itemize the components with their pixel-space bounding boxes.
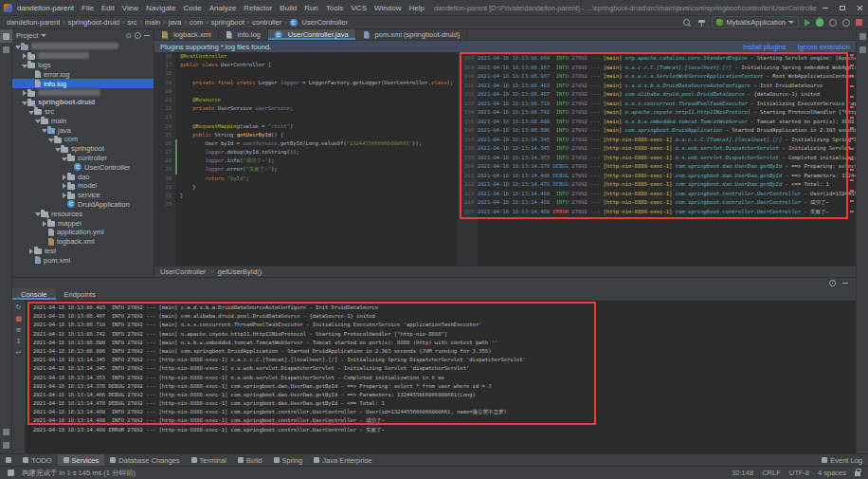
breadcrumb-item[interactable]: UserController (289, 18, 349, 27)
tree-item-com[interactable]: com (12, 135, 154, 144)
maximize-button[interactable] (834, 0, 851, 15)
status-item-utf-8[interactable]: UTF-8 (789, 469, 809, 477)
menu-item-build[interactable]: Build (276, 4, 300, 12)
breadcrumb-item[interactable]: java (168, 18, 183, 27)
tree-item-error-log[interactable]: error.log (12, 69, 154, 79)
favorites-toolwindow-button[interactable] (0, 438, 12, 451)
project-panel-title[interactable]: Project (16, 31, 38, 40)
maven-toolwindow-button[interactable] (857, 29, 868, 43)
tree-item-pom-xml[interactable]: pom.xml (12, 255, 154, 265)
menu-item-run[interactable]: Run (300, 4, 322, 12)
minimize-button[interactable] (817, 0, 834, 15)
tab-console[interactable]: Console (12, 288, 56, 300)
coverage-button[interactable] (829, 19, 837, 27)
rerun-button[interactable]: ↻ (16, 304, 22, 311)
menu-item-code[interactable]: Code (180, 4, 206, 12)
structure-toolwindow-button[interactable] (0, 425, 12, 438)
editor-tab-usercontroller-java[interactable]: UserController.java (268, 29, 356, 40)
editor-tab-logback-xml[interactable]: logback.xml (154, 29, 219, 40)
gear-icon[interactable] (829, 280, 836, 286)
tree-item-model[interactable]: model (12, 181, 154, 191)
tree-item-logs[interactable]: logs (12, 61, 154, 70)
breadcrumb-item[interactable]: main (144, 18, 161, 27)
lock-icon[interactable] (855, 471, 860, 476)
project-toolwindow-button[interactable] (0, 29, 12, 43)
build-hammer-icon[interactable] (697, 18, 706, 27)
menu-item-file[interactable]: File (78, 4, 98, 12)
tree-item-main[interactable]: main (12, 116, 154, 125)
tree-item-resources[interactable]: resources (12, 209, 154, 218)
tree-item-druidapplication[interactable]: DruidApplication (12, 200, 154, 210)
debug-button[interactable] (816, 18, 823, 27)
toolwindow-button-java-enterprise[interactable]: Java Enterprise (308, 454, 377, 466)
toolwindow-button-services[interactable]: Services (58, 454, 105, 466)
hide-panel-icon[interactable] (144, 35, 150, 36)
toolwindow-button-spring[interactable]: Spring (268, 454, 309, 466)
toolwindow-button-database-changes[interactable]: Database Changes (104, 454, 185, 466)
status-message[interactable]: 构建完成于 in 1 s 145 ms (1 分钟前) (22, 469, 136, 478)
tab-endpoints[interactable]: Endpoints (56, 288, 104, 300)
locate-file-icon[interactable]: ⊙ (125, 32, 132, 40)
editor-tab-info-log[interactable]: info.log (219, 29, 268, 40)
tree-item[interactable] (12, 42, 154, 51)
status-item-crlf[interactable]: CRLF (762, 469, 781, 477)
toolwindow-switcher-icon[interactable] (0, 454, 17, 466)
tree-item-application-yml[interactable]: application.yml (12, 228, 154, 237)
profiler-button[interactable] (842, 19, 850, 27)
menu-item-refactor[interactable]: Refactor (240, 4, 276, 12)
tree-item-logback-xml[interactable]: logback.xml (12, 237, 154, 247)
menu-item-analyze[interactable]: Analyze (206, 4, 240, 12)
scroll-to-end-button[interactable]: ↧ (16, 339, 22, 345)
commit-toolwindow-button[interactable] (0, 43, 12, 56)
tree-item-test[interactable]: test (12, 247, 154, 256)
run-config-combo[interactable]: MybatisApplication (712, 16, 799, 28)
tree-item-mapper[interactable]: mapper (12, 218, 154, 228)
tree-item-springboot-druid[interactable]: springboot-druid (12, 98, 154, 107)
breadcrumb-method[interactable]: getUserById() (218, 267, 262, 276)
tree-item[interactable] (12, 51, 154, 61)
error-stripe-scrollbar[interactable] (850, 54, 854, 217)
toolwindow-button-todo[interactable]: TODO (17, 454, 58, 466)
status-item-32-148[interactable]: 32:148 (732, 469, 753, 477)
gear-icon[interactable] (135, 32, 141, 39)
database-toolwindow-button[interactable] (857, 43, 868, 56)
menu-item-view[interactable]: View (118, 4, 142, 12)
hide-panel-icon[interactable] (842, 283, 848, 284)
breadcrumb-class[interactable]: UserController (160, 267, 206, 276)
breadcrumb-item[interactable]: src (127, 18, 138, 27)
install-plugins-link[interactable]: Install plugins (743, 43, 786, 51)
clear-console-button[interactable]: ≡ (16, 327, 22, 334)
breadcrumb-item[interactable]: controller (251, 18, 282, 27)
soft-wrap-button[interactable]: ↩ (16, 350, 22, 357)
tree-item-controller[interactable]: controller (12, 154, 154, 163)
breadcrumb-item[interactable]: com (189, 18, 204, 27)
menu-item-window[interactable]: Window (371, 4, 405, 12)
tree-item-service[interactable]: service (12, 191, 154, 200)
breadcrumb-item[interactable]: springboot (210, 18, 245, 27)
tree-item-dao[interactable]: dao (12, 172, 154, 181)
stop-button[interactable]: ■ (15, 316, 22, 322)
stop-button[interactable] (856, 19, 862, 26)
menu-item-edit[interactable]: Edit (98, 4, 118, 12)
ignore-extension-link[interactable]: Ignore extension (798, 43, 850, 51)
log-editor[interactable]: 1882021-04-18 18:13:08.064 INFO 27092 --… (458, 52, 856, 266)
menu-item-tools[interactable]: Tools (322, 4, 348, 12)
breadcrumb-item[interactable]: dandelion-parent (6, 18, 61, 27)
close-button[interactable] (851, 0, 868, 15)
code-editor[interactable]: 16@RestController17public class UserCont… (154, 52, 458, 266)
console-output[interactable]: 2021-04-18 18:13:08.403 INFO 27092 --- [… (26, 301, 856, 453)
menu-item-navigate[interactable]: Navigate (142, 4, 180, 12)
toolwindow-button-build[interactable]: Build (232, 454, 268, 466)
search-everywhere-icon[interactable] (682, 18, 692, 28)
tree-item-springboot[interactable]: springboot (12, 144, 154, 154)
tree-item-src[interactable]: src (12, 107, 154, 117)
tree-item[interactable] (12, 88, 154, 98)
menu-item-help[interactable]: Help (405, 4, 427, 12)
editor-tab-pom-xml-springboot-druid-[interactable]: pom.xml (springboot-druid) (356, 29, 468, 40)
tree-item-java[interactable]: java (12, 125, 154, 135)
toolwindow-button-event-log[interactable]: Event Log (816, 456, 868, 465)
run-button[interactable] (805, 19, 810, 27)
tree-item-info-log[interactable]: info.log (12, 79, 154, 88)
tree-item-usercontroller[interactable]: UserController (12, 162, 154, 172)
status-item-4-spaces[interactable]: 4 spaces (818, 469, 846, 477)
